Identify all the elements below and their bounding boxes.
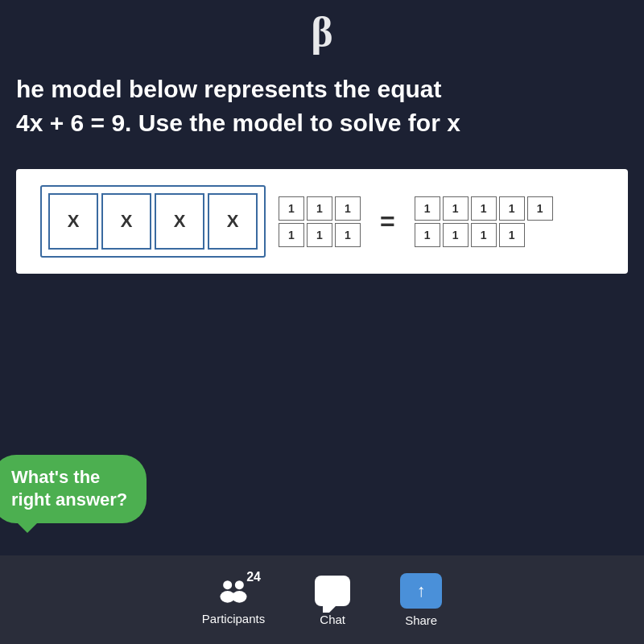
equals-sign: = [374,207,402,237]
one-box: 1 [499,196,525,221]
svg-point-0 [223,580,232,589]
chat-label: Chat [320,613,345,626]
x-box-2: X [101,193,151,250]
x-box-1: X [48,193,98,250]
one-box: 1 [335,223,361,247]
right-ones-group: 1 1 1 1 1 1 1 1 1 [415,196,553,247]
left-ones-row-2: 1 1 1 [279,223,361,247]
share-button[interactable]: ↑ Share [400,573,442,627]
left-ones-row-1: 1 1 1 [279,196,361,221]
share-arrow-icon: ↑ [417,580,426,601]
bubble-line2: right answer? [11,489,127,510]
logo: β [311,8,332,56]
participants-badge: 24 [246,570,261,584]
one-box: 1 [307,223,332,247]
participants-button[interactable]: 24 Participants [202,575,265,625]
one-box: 1 [279,223,304,247]
chat-icon [313,574,352,608]
svg-point-3 [232,591,246,603]
left-ones-group: 1 1 1 1 1 1 [279,196,361,247]
bottom-toolbar: 24 Participants Chat ↑ Sh [0,555,644,644]
one-box: 1 [415,196,440,221]
logo-symbol: β [311,9,332,55]
right-ones-row-2: 1 1 1 1 [415,223,553,247]
share-icon: ↑ [400,573,442,609]
chat-button[interactable]: Chat [313,574,352,626]
one-box: 1 [471,223,497,247]
one-box: 1 [307,196,332,221]
question-text: he model below represents the equat 4x +… [0,72,644,140]
right-ones-row-1: 1 1 1 1 1 [415,196,553,221]
bubble-line1: What's the [11,467,100,487]
participants-label: Participants [202,612,265,625]
x-box-4: X [208,193,258,250]
screen: β he model below represents the equat 4x… [0,0,644,644]
model-area: X X X X 1 1 1 1 1 1 = 1 1 1 [16,169,628,274]
participants-icon: 24 [214,575,253,607]
one-box: 1 [415,223,440,247]
share-label: Share [405,613,437,627]
one-box: 1 [443,196,469,221]
question-line2: 4x + 6 = 9. Use the model to solve for x [16,106,628,140]
one-box: 1 [499,223,525,247]
one-box: 1 [335,196,361,221]
question-line1: he model below represents the equat [16,72,628,106]
one-box: 1 [527,196,553,221]
one-box: 1 [279,196,304,221]
chat-bubble-shape [315,576,350,606]
one-box: 1 [443,223,469,247]
speech-bubble: What's the right answer? [0,455,147,523]
x-box-3: X [155,193,204,250]
svg-point-2 [235,580,244,589]
x-group: X X X X [40,185,266,258]
one-box: 1 [471,196,497,221]
